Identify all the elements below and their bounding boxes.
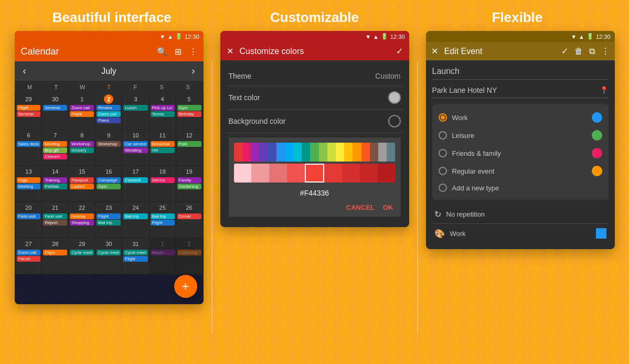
cal-cell-16[interactable]: 16 Campaign Gym (95, 166, 122, 201)
add-event-fab[interactable]: + (174, 275, 197, 298)
status-bar-3: ▼ ▲ 🔋 12:30 (426, 31, 615, 42)
radio-work[interactable] (439, 113, 447, 122)
day-s2: S (175, 83, 201, 91)
next-month-button[interactable]: › (191, 66, 195, 77)
text-color-row[interactable]: Text color (227, 86, 403, 110)
event-name-field[interactable]: Launch (432, 67, 609, 80)
radio-friends[interactable] (439, 149, 447, 157)
cal-cell-27[interactable]: 27 Zoom call Forum (16, 238, 42, 274)
more-icon[interactable]: ⋮ (189, 47, 197, 57)
theme-value: Custom (375, 72, 400, 80)
day-f: F (122, 83, 148, 91)
cal-cell-25[interactable]: 25 Bali trip Flight (150, 202, 176, 238)
cal-cell-26[interactable]: 26 Dinner (176, 202, 202, 238)
cal-cell-2[interactable]: 2 Review Zoom call Piano (95, 93, 122, 129)
color-shades[interactable] (234, 164, 396, 183)
edit-form: Launch Park Lane Hotel NY 📍 Work (426, 60, 615, 249)
status-bar-1: ▼ ▲ 🔋 12:30 (15, 31, 204, 42)
bg-color-row[interactable]: Background color (227, 110, 403, 133)
cal-cell-5[interactable]: 5 Gym Birthday (176, 93, 202, 129)
repetition-row[interactable]: ↻ No repetition (432, 205, 609, 224)
cal-cell-9[interactable]: 9 Workshop (95, 130, 122, 165)
cal-cell-23[interactable]: 23 Flight Bali trip (95, 202, 122, 238)
header-row: Beautiful interface Customizable Flexibl… (0, 0, 629, 31)
cal-cell-28[interactable]: 28 Flight (42, 238, 68, 274)
picker-footer: CANCEL OK (234, 199, 396, 211)
cal-cell-22[interactable]: 22 Holiday Shopping (69, 202, 95, 238)
bottom-work-label: Work (450, 230, 466, 238)
toolbar-icons: 🔍 ⊞ ⋮ (157, 47, 197, 57)
cal-cell-4[interactable]: 4 Pick up Liz Tennis (150, 93, 176, 129)
cal-cell-31[interactable]: 31 Cycle meet Flight (122, 238, 148, 274)
cal-cell-15[interactable]: 15 Passport Launch (69, 166, 95, 201)
battery-icon: 🔋 (175, 33, 183, 40)
screens-row: ▼ ▲ 🔋 12:30 Calendar 🔍 ⊞ ⋮ ‹ July › M T … (0, 31, 629, 364)
cal-cell-30b[interactable]: 30 Cycle meet (95, 238, 122, 274)
ok-button[interactable]: OK (383, 204, 393, 211)
signal-icon-2: ▼ (365, 34, 371, 40)
bottom-work-row[interactable]: 🎨 Work (432, 224, 609, 243)
event-name-label: Launch (432, 67, 609, 76)
event-type-friends[interactable]: Friends & family (439, 144, 602, 162)
type-friends-label: Friends & family (452, 149, 587, 157)
radio-regular[interactable] (439, 167, 447, 175)
cal-cell-24[interactable]: 24 Bali trip (122, 202, 148, 238)
hex-value-display: #F44336 (234, 187, 396, 199)
cal-cell-18[interactable]: 18 Dentist (150, 166, 176, 201)
color-dot-friends (592, 148, 602, 158)
type-work-label: Work (452, 114, 587, 122)
cal-cell-29b[interactable]: 29 Cycle meet (69, 238, 95, 274)
cancel-button[interactable]: CANCEL (346, 204, 375, 211)
check-icon-3[interactable]: ✓ (561, 46, 568, 56)
cal-cell-aug1[interactable]: 1 Movie (150, 238, 176, 274)
location-field[interactable]: Park Lane Hotel NY 📍 (432, 86, 609, 98)
edit-title: Edit Event (444, 47, 555, 56)
cal-cell-7[interactable]: 7 Meeting Buy gift Concert (42, 130, 68, 165)
event-type-leisure[interactable]: Leisure (439, 126, 602, 144)
close-icon-3[interactable]: ✕ (431, 46, 438, 56)
color-dot-work (592, 112, 602, 123)
search-icon[interactable]: 🔍 (157, 47, 167, 57)
text-color-label: Text color (229, 93, 260, 102)
color-picker-popup: #F44336 CANCEL OK (229, 137, 401, 217)
cal-cell-6[interactable]: 6 Sales deck (16, 130, 42, 165)
theme-row: Theme Custom (227, 67, 403, 86)
cal-cell-19[interactable]: 19 Family Gardening (176, 166, 202, 201)
radio-add[interactable] (439, 184, 447, 192)
event-type-add[interactable]: Add a new type (439, 180, 602, 196)
event-type-regular[interactable]: Regular event (439, 162, 602, 180)
cal-cell-17[interactable]: 17 Farewell (122, 166, 148, 201)
copy-icon[interactable]: ⧉ (589, 47, 595, 56)
cal-cell-aug2[interactable]: 2 Gathering (176, 238, 202, 274)
delete-icon[interactable]: 🗑 (574, 47, 583, 56)
cal-cell-14[interactable]: 14 Training Pathlab (42, 166, 68, 201)
cal-cell-11[interactable]: 11 Breakfast Vet (150, 130, 176, 165)
calendar-nav: ‹ July › (15, 61, 204, 81)
cal-cell-30[interactable]: 30 Seminar (42, 93, 68, 129)
day-s1: S (148, 83, 175, 91)
more-icon-3[interactable]: ⋮ (601, 46, 610, 56)
cal-cell-1[interactable]: 1 Zoom call Flight (69, 93, 95, 129)
cal-cell-3[interactable]: 3 Lunch (122, 93, 148, 129)
check-icon[interactable]: ✓ (396, 46, 403, 56)
radio-leisure[interactable] (439, 131, 447, 140)
signal-icon-3: ▼ (571, 34, 577, 40)
cal-cell-21[interactable]: 21 Field visit Report (42, 202, 68, 238)
cal-cell-12[interactable]: 12 Park (176, 130, 202, 165)
cal-cell-29[interactable]: 29 Flight Seminar (16, 93, 42, 129)
event-type-work[interactable]: Work (439, 109, 602, 126)
prev-month-button[interactable]: ‹ (23, 66, 26, 77)
cal-cell-8[interactable]: 8 Workshop Grocery (69, 130, 95, 165)
repeat-icon: ↻ (434, 209, 441, 219)
location-row: Park Lane Hotel NY 📍 (432, 86, 609, 94)
cal-cell-10[interactable]: 10 Car service Wedding (122, 130, 148, 165)
bg-color-toggle[interactable] (388, 115, 401, 127)
text-color-toggle[interactable] (388, 91, 401, 104)
cal-cell-13[interactable]: 13 Yoga Meeting (16, 166, 42, 201)
close-icon[interactable]: ✕ (227, 46, 233, 56)
grid-icon[interactable]: ⊞ (175, 47, 182, 57)
section-title-3: Flexible (418, 9, 617, 26)
cal-cell-20[interactable]: 20 Field visit (16, 202, 42, 238)
divider-2 (417, 61, 418, 334)
color-spectrum[interactable] (234, 143, 396, 162)
